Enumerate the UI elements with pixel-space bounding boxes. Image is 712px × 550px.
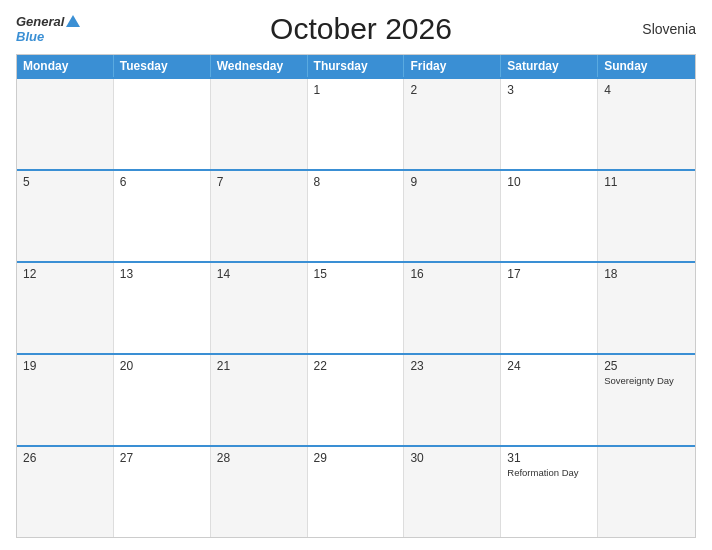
cal-cell xyxy=(598,447,695,537)
cal-cell xyxy=(211,79,308,169)
cal-cell: 7 xyxy=(211,171,308,261)
day-number: 20 xyxy=(120,359,204,373)
day-number: 22 xyxy=(314,359,398,373)
week-row-4: 19202122232425Sovereignty Day xyxy=(17,353,695,445)
header-day-tuesday: Tuesday xyxy=(114,55,211,77)
calendar: MondayTuesdayWednesdayThursdayFridaySatu… xyxy=(16,54,696,538)
day-number: 30 xyxy=(410,451,494,465)
cal-cell: 1 xyxy=(308,79,405,169)
day-number: 13 xyxy=(120,267,204,281)
country-label: Slovenia xyxy=(626,21,696,37)
day-number: 1 xyxy=(314,83,398,97)
cal-cell: 10 xyxy=(501,171,598,261)
week-row-5: 262728293031Reformation Day xyxy=(17,445,695,537)
week-row-3: 12131415161718 xyxy=(17,261,695,353)
day-number: 3 xyxy=(507,83,591,97)
cal-cell: 2 xyxy=(404,79,501,169)
cal-cell: 3 xyxy=(501,79,598,169)
calendar-body: 1234567891011121314151617181920212223242… xyxy=(17,77,695,537)
week-row-2: 567891011 xyxy=(17,169,695,261)
day-number: 28 xyxy=(217,451,301,465)
cal-cell: 24 xyxy=(501,355,598,445)
cal-cell: 27 xyxy=(114,447,211,537)
day-number: 7 xyxy=(217,175,301,189)
day-number: 15 xyxy=(314,267,398,281)
day-number: 23 xyxy=(410,359,494,373)
cal-cell: 29 xyxy=(308,447,405,537)
day-number: 26 xyxy=(23,451,107,465)
cal-cell: 25Sovereignty Day xyxy=(598,355,695,445)
header-day-saturday: Saturday xyxy=(501,55,598,77)
cal-cell: 21 xyxy=(211,355,308,445)
day-number: 5 xyxy=(23,175,107,189)
cal-cell xyxy=(114,79,211,169)
cal-cell: 31Reformation Day xyxy=(501,447,598,537)
day-number: 27 xyxy=(120,451,204,465)
cal-cell: 19 xyxy=(17,355,114,445)
cal-cell: 11 xyxy=(598,171,695,261)
cal-cell: 20 xyxy=(114,355,211,445)
day-number: 2 xyxy=(410,83,494,97)
day-number: 16 xyxy=(410,267,494,281)
cal-cell: 30 xyxy=(404,447,501,537)
day-number: 24 xyxy=(507,359,591,373)
day-number: 6 xyxy=(120,175,204,189)
cal-cell: 23 xyxy=(404,355,501,445)
cal-cell: 16 xyxy=(404,263,501,353)
day-number: 18 xyxy=(604,267,689,281)
day-number: 11 xyxy=(604,175,689,189)
cal-cell: 15 xyxy=(308,263,405,353)
cal-cell: 13 xyxy=(114,263,211,353)
header-day-monday: Monday xyxy=(17,55,114,77)
logo-blue: Blue xyxy=(16,29,44,44)
cal-cell: 9 xyxy=(404,171,501,261)
header: GeneralBlueOctober 2026Slovenia xyxy=(16,12,696,46)
cal-cell xyxy=(17,79,114,169)
logo-general: General xyxy=(16,14,64,29)
day-number: 25 xyxy=(604,359,689,373)
week-row-1: 1234 xyxy=(17,77,695,169)
cal-cell: 5 xyxy=(17,171,114,261)
cal-cell: 18 xyxy=(598,263,695,353)
header-day-wednesday: Wednesday xyxy=(211,55,308,77)
header-day-friday: Friday xyxy=(404,55,501,77)
cal-cell: 12 xyxy=(17,263,114,353)
cal-cell: 6 xyxy=(114,171,211,261)
page: GeneralBlueOctober 2026Slovenia MondayTu… xyxy=(0,0,712,550)
cal-cell: 17 xyxy=(501,263,598,353)
day-number: 31 xyxy=(507,451,591,465)
holiday-name: Sovereignty Day xyxy=(604,375,689,386)
cal-cell: 22 xyxy=(308,355,405,445)
day-number: 9 xyxy=(410,175,494,189)
header-day-sunday: Sunday xyxy=(598,55,695,77)
day-number: 10 xyxy=(507,175,591,189)
day-number: 21 xyxy=(217,359,301,373)
day-number: 17 xyxy=(507,267,591,281)
cal-cell: 26 xyxy=(17,447,114,537)
logo: GeneralBlue xyxy=(16,14,96,44)
day-number: 14 xyxy=(217,267,301,281)
cal-cell: 8 xyxy=(308,171,405,261)
calendar-title: October 2026 xyxy=(96,12,626,46)
cal-cell: 28 xyxy=(211,447,308,537)
holiday-name: Reformation Day xyxy=(507,467,591,478)
calendar-header: MondayTuesdayWednesdayThursdayFridaySatu… xyxy=(17,55,695,77)
day-number: 8 xyxy=(314,175,398,189)
logo-triangle-icon xyxy=(66,15,80,27)
day-number: 29 xyxy=(314,451,398,465)
cal-cell: 4 xyxy=(598,79,695,169)
day-number: 19 xyxy=(23,359,107,373)
header-day-thursday: Thursday xyxy=(308,55,405,77)
day-number: 4 xyxy=(604,83,689,97)
day-number: 12 xyxy=(23,267,107,281)
cal-cell: 14 xyxy=(211,263,308,353)
